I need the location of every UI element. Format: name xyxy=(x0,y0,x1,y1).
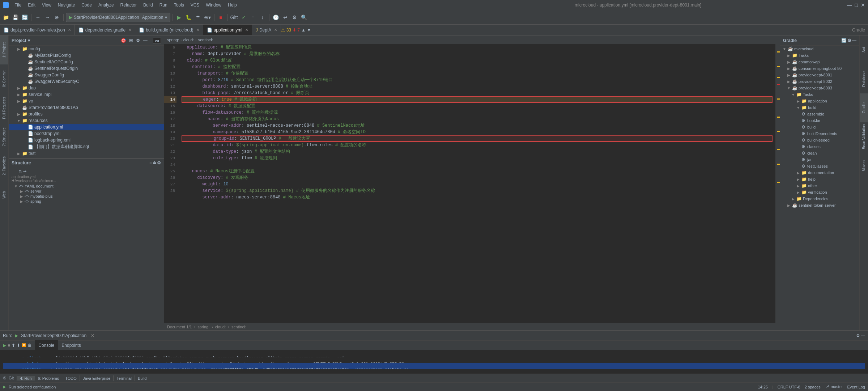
tab-console[interactable]: Console xyxy=(35,340,58,350)
run-with-coverage-btn[interactable]: ☂ xyxy=(194,13,203,22)
console-scroll-top[interactable]: ⬆ xyxy=(12,343,15,348)
terminal-tab[interactable]: Terminal xyxy=(114,376,135,381)
menu-code[interactable]: Code xyxy=(78,2,95,8)
menu-refactor[interactable]: Refactor xyxy=(118,2,140,8)
problems-tab[interactable]: 6: Problems xyxy=(35,376,62,381)
gradle-documentation[interactable]: ▶ 📁 documentation xyxy=(780,169,859,176)
structure-item-spring[interactable]: ▶ <> spring xyxy=(9,199,164,204)
breadcrumb-sentinel[interactable]: sentinel: xyxy=(198,38,213,42)
activity-ant[interactable]: Ant xyxy=(860,35,868,64)
tree-sentinel-req[interactable]: ☕ SentinelRequestOrigin xyxy=(9,65,164,72)
breadcrumb-toggle[interactable]: ▲ ▼ xyxy=(301,28,311,33)
run-bottom-tab[interactable]: 4: Run xyxy=(17,376,34,381)
tree-mybatis-config[interactable]: ☕ MyBatisPlusConfig xyxy=(9,52,164,59)
activity-gradle-right[interactable]: Gradle xyxy=(860,93,868,122)
gradle-sentinel-token[interactable]: ▶ ☕ sentinel-token-server xyxy=(780,202,859,209)
gradle-build-group[interactable]: ▼ 📁 build xyxy=(780,104,859,111)
tree-service-impl[interactable]: ▶ 📁 service.impl xyxy=(9,91,164,98)
status-event-log[interactable]: Event Log xyxy=(847,385,865,389)
gradle-provider-8003[interactable]: ▼ ☕ provider-dept-8003 xyxy=(780,85,859,91)
tree-profiles[interactable]: ▶ 📁 profiles xyxy=(9,111,164,117)
activity-project[interactable]: 1: Project xyxy=(0,35,8,64)
activity-bean-validation[interactable]: Bean Validation xyxy=(860,122,868,151)
tab-dependencies-close[interactable]: ✕ xyxy=(128,28,131,32)
menu-view[interactable]: View xyxy=(39,2,54,8)
tree-sql[interactable]: 📄 【部门】数据库创建脚本.sql xyxy=(9,143,164,150)
breadcrumb-cloud[interactable]: cloud: xyxy=(183,38,194,42)
save-btn[interactable]: 💾 xyxy=(11,13,20,22)
tab-dept-close[interactable]: ✕ xyxy=(274,28,277,32)
project-panel-dropdown[interactable]: ▾ xyxy=(28,38,30,43)
project-filter-input[interactable]: va xyxy=(153,38,161,43)
run-hide-btn[interactable]: — xyxy=(861,333,865,338)
menu-tools[interactable]: Tools xyxy=(171,2,187,8)
breadcrumb-spring[interactable]: spring: xyxy=(167,38,179,42)
git-check-btn[interactable]: ✓ xyxy=(239,13,248,22)
minimize-button[interactable]: — xyxy=(847,2,852,8)
structure-sort-btn[interactable]: ≡ xyxy=(149,160,152,165)
gradle-tasks[interactable]: ▶ 📁 Tasks xyxy=(780,52,859,59)
tree-vo[interactable]: ▶ 📁 vo xyxy=(9,98,164,104)
git-btn[interactable]: Git: xyxy=(230,13,239,22)
gradle-build-task[interactable]: ⚙ build xyxy=(780,124,859,130)
debug-btn[interactable]: 🐛 xyxy=(184,13,193,22)
tab-dependencies[interactable]: 📄 dependencies.gradle ✕ xyxy=(75,25,135,35)
menu-edit[interactable]: Edit xyxy=(25,2,38,8)
run-btn[interactable]: ▶ xyxy=(175,13,184,22)
structure-item-yaml-doc[interactable]: ▼ <> YAML document xyxy=(9,184,164,189)
activity-favorites[interactable]: 2: Favorites xyxy=(0,151,8,180)
gradle-bootjar[interactable]: ⚙ bootJar xyxy=(780,117,859,124)
tree-start-app[interactable]: ☕ StartProviderDept8001Ap xyxy=(9,104,164,111)
activity-structure[interactable]: 7: Structure xyxy=(0,122,8,151)
sync-btn[interactable]: 🔄 xyxy=(20,13,29,22)
git-bottom-tab[interactable]: ⑤: Git xyxy=(0,376,17,381)
run-settings-btn[interactable]: ⚙ xyxy=(856,333,860,338)
tree-swagger[interactable]: ☕ SwaggerConfig xyxy=(9,72,164,78)
hide-panel-btn[interactable]: — xyxy=(142,37,149,44)
maximize-button[interactable]: □ xyxy=(855,2,858,8)
menu-navigate[interactable]: Navigate xyxy=(55,2,78,8)
activity-maven[interactable]: Maven xyxy=(860,151,868,180)
tree-bootstrap-yml[interactable]: 📄 bootstrap.yml xyxy=(9,130,164,137)
git-push-btn[interactable]: ↑ xyxy=(249,13,258,22)
more-run-btn[interactable]: ⊕▾ xyxy=(203,13,212,22)
activity-pull-requests[interactable]: Pull Requests xyxy=(0,93,8,122)
gradle-panel-toggle[interactable]: Gradle xyxy=(852,28,865,33)
tab-endpoints[interactable]: Endpoints xyxy=(58,340,84,350)
gradle-assemble[interactable]: ⚙ assemble xyxy=(780,111,859,117)
tree-resources[interactable]: ▼ 📁 resources xyxy=(9,117,164,124)
tree-test[interactable]: ▶ 📁 test xyxy=(9,150,164,157)
history-btn[interactable]: 🕐 xyxy=(272,13,280,22)
settings-gear-btn[interactable]: ⚙ xyxy=(135,37,141,44)
gradle-provider-8001[interactable]: ▶ ☕ provider-dept-8001 xyxy=(780,72,859,78)
structure-filter-btn[interactable]: ≐ xyxy=(153,160,156,165)
gradle-build-dependents[interactable]: ⚙ buildDependents xyxy=(780,130,859,137)
console-filter-icon[interactable]: 🔽 xyxy=(22,343,26,347)
menu-file[interactable]: File xyxy=(12,2,24,8)
gradle-prov8003-tasks[interactable]: ▼ 📁 Tasks xyxy=(780,91,859,98)
console-stop-icon[interactable]: ■ xyxy=(8,343,10,348)
structure-item-server[interactable]: ▶ <> server xyxy=(9,189,164,194)
tree-application-yml[interactable]: 📄 application.yml xyxy=(9,124,164,130)
gradle-clean[interactable]: ⚙ clean xyxy=(780,150,859,156)
locate-file-btn[interactable]: 🎯 xyxy=(120,37,127,44)
gradle-other[interactable]: ▶ 📁 other xyxy=(780,182,859,189)
structure-sort-order[interactable]: ⇅ ⇢ xyxy=(9,169,164,174)
tree-swagger-web[interactable]: ☕ SwaggerWebSecurityC xyxy=(9,78,164,85)
console-run-icon[interactable]: ▶ xyxy=(3,343,6,348)
status-git-branch[interactable]: ⎇ master xyxy=(825,384,843,389)
java-enterprise-tab[interactable]: Java Enterprise xyxy=(80,376,113,381)
tree-logback-xml[interactable]: 📄 logback-spring.xml xyxy=(9,137,164,143)
gradle-application[interactable]: ▶ 📁 application xyxy=(780,98,859,104)
run-config-selector[interactable]: ▶ StartProviderDept8001Application Appli… xyxy=(66,13,170,22)
menu-analyze[interactable]: Analyze xyxy=(95,2,117,8)
forward-btn[interactable]: → xyxy=(43,13,52,22)
back-btn[interactable]: ← xyxy=(34,13,42,22)
stop-btn[interactable]: ■ xyxy=(217,13,225,22)
menu-help[interactable]: Help xyxy=(225,2,240,8)
status-run-icon[interactable]: ▶ xyxy=(3,384,6,389)
menu-window[interactable]: Window xyxy=(203,2,224,8)
gradle-consumer-80[interactable]: ▶ ☕ consumer-springboot-80 xyxy=(780,65,859,72)
open-folder-btn[interactable]: 📁 xyxy=(1,13,10,22)
tree-dao[interactable]: ▶ 📁 dao xyxy=(9,85,164,91)
